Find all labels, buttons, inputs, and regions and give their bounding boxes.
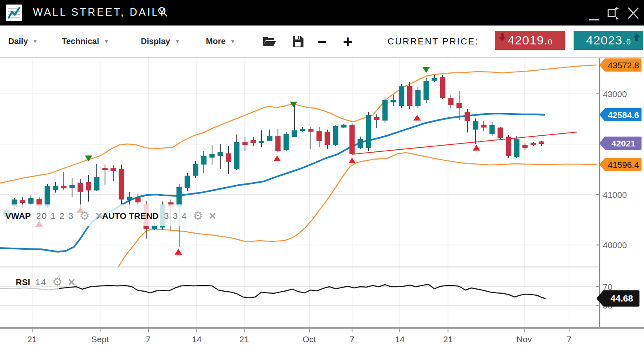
time-axis: 21Sept71421Oct71421Nov7 (0, 327, 644, 344)
svg-text:40000: 40000 (603, 240, 627, 250)
svg-text:7: 7 (350, 334, 355, 344)
floppy-disk-icon (291, 35, 304, 48)
arrow-up-icon (633, 33, 640, 41)
menu-more-label: More (206, 37, 226, 46)
zoom-out-button[interactable]: − (317, 26, 327, 57)
current-price-label: CURRENT PRICE: (387, 26, 479, 57)
svg-text:Sept: Sept (91, 334, 109, 344)
menu-technical-label: Technical (62, 37, 99, 46)
save-button[interactable] (291, 26, 304, 57)
trading-chart-window: { "title_bar": { "title": "WALL STREET, … (0, 0, 644, 348)
vwap-params: 20 1 2 3 (36, 211, 74, 221)
price-axis-labels: 4300041000400007030 (596, 89, 627, 310)
vwap-settings-gear-icon[interactable]: ⚙ (79, 210, 90, 222)
menu-daily[interactable]: Daily ▼ (8, 26, 38, 57)
sell-price-button[interactable]: 42019. 0 (495, 31, 565, 50)
auto-trend-params: 3 3 4 (164, 211, 187, 221)
buy-price-decimal: 0 (626, 37, 631, 46)
sell-price-value: 42019. (508, 33, 548, 47)
menu-display-label: Display (141, 37, 170, 46)
auto-trend-remove-icon[interactable]: ✕ (208, 211, 216, 221)
svg-text:Nov: Nov (516, 334, 532, 344)
moving-average-line (0, 114, 544, 252)
rsi-params: 14 (35, 277, 47, 287)
chevron-down-icon: ▼ (104, 38, 109, 44)
chevron-down-icon: ▼ (230, 38, 236, 44)
buy-price-button[interactable]: 42023. 0 (574, 31, 643, 50)
signal-triangles (35, 67, 480, 255)
chevron-down-icon: ▼ (175, 38, 180, 44)
folder-icon (262, 35, 277, 48)
window-title: WALL STREET, DAILY (33, 6, 167, 18)
svg-text:7: 7 (146, 334, 151, 344)
indicator-auto-trend: AUTO TREND 3 3 4 ⚙ ✕ (102, 209, 216, 223)
menu-daily-label: Daily (8, 37, 28, 46)
menu-more[interactable]: More ▼ (206, 26, 236, 57)
close-button[interactable] (627, 5, 640, 21)
svg-text:41000: 41000 (603, 190, 627, 200)
svg-text:21: 21 (27, 334, 37, 344)
rsi-remove-icon[interactable]: ✕ (68, 278, 75, 287)
sell-price-decimal: 0 (548, 37, 553, 46)
menu-technical[interactable]: Technical ▼ (62, 26, 109, 57)
svg-text:14: 14 (395, 334, 405, 344)
popout-button[interactable] (607, 5, 619, 21)
rsi-line (0, 284, 545, 298)
rsi-settings-gear-icon[interactable]: ⚙ (52, 276, 62, 288)
rsi-label: RSI (16, 277, 30, 287)
bollinger-bands (0, 65, 596, 267)
indicator-rsi: RSI 14 ⚙ ✕ (16, 275, 76, 290)
svg-text:14: 14 (192, 334, 202, 344)
app-chart-logo-icon (6, 5, 22, 21)
svg-text:21: 21 (443, 334, 453, 344)
svg-text:7: 7 (567, 334, 572, 344)
title-bar: WALL STREET, DAILY (0, 0, 644, 26)
svg-text:44.68: 44.68 (610, 293, 633, 304)
svg-text:43572.8: 43572.8 (608, 60, 639, 70)
search-icon[interactable] (158, 7, 168, 18)
svg-text:41596.4: 41596.4 (608, 160, 639, 169)
toolbar: Daily ▼ Technical ▼ Display ▼ More ▼ − +… (0, 26, 644, 58)
indicator-vwap: VWAP 20 1 2 3 ⚙ ✕ (5, 209, 103, 223)
svg-text:42021: 42021 (611, 139, 636, 148)
svg-text:43000: 43000 (603, 89, 627, 99)
buy-price-value: 42023. (586, 33, 626, 47)
auto-trend-label: AUTO TREND (102, 211, 159, 221)
svg-text:21: 21 (239, 334, 249, 344)
open-folder-button[interactable] (262, 26, 277, 57)
zoom-in-button[interactable]: + (343, 26, 352, 57)
window-controls (589, 0, 640, 26)
svg-text:Oct: Oct (303, 334, 316, 344)
chevron-down-icon: ▼ (33, 38, 38, 44)
auto-trend-settings-gear-icon[interactable]: ⚙ (193, 210, 203, 222)
minimize-button[interactable] (589, 5, 600, 21)
svg-text:42584.6: 42584.6 (608, 110, 639, 120)
arrow-down-icon (499, 33, 506, 41)
price-chart-canvas[interactable]: 430004100040000703043572.842584.64202141… (0, 58, 644, 348)
vwap-label: VWAP (5, 211, 31, 221)
menu-display[interactable]: Display ▼ (141, 26, 180, 57)
